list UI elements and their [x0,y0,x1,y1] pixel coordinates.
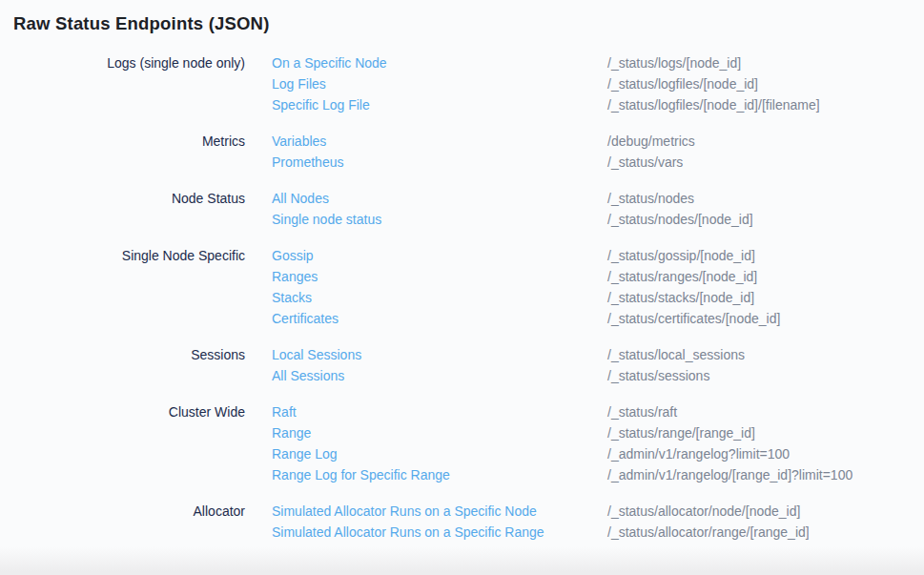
endpoint-section: Cluster WideRaft/_status/raftRange/_stat… [0,401,924,485]
endpoint-section: Node StatusAll Nodes/_status/nodesSingle… [0,188,924,230]
endpoint-link[interactable]: Stacks [272,287,607,308]
section-rows: On a Specific Node/_status/logs/[node_id… [245,52,924,115]
endpoints-list: Logs (single node only)On a Specific Nod… [0,52,924,543]
endpoint-path: /_status/sessions [607,365,924,386]
section-rows: Variables/debug/metricsPrometheus/_statu… [245,131,924,173]
section-label: Single Node Specific [0,245,245,329]
endpoint-row: All Nodes/_status/nodes [245,188,924,209]
endpoint-link[interactable]: Local Sessions [272,344,607,365]
endpoint-link[interactable]: Single node status [272,209,607,230]
page-title: Raw Status Endpoints (JSON) [0,0,924,34]
endpoint-row: Ranges/_status/ranges/[node_id] [245,266,924,287]
endpoint-section: AllocatorSimulated Allocator Runs on a S… [0,501,924,543]
endpoint-link[interactable]: On a Specific Node [272,52,607,73]
section-label: Metrics [0,131,245,173]
endpoint-row: Range/_status/range/[range_id] [245,422,924,443]
debug-endpoints-page: Raw Status Endpoints (JSON) Logs (single… [0,0,924,575]
endpoint-link[interactable]: Simulated Allocator Runs on a Specific N… [272,501,607,522]
endpoint-row: On a Specific Node/_status/logs/[node_id… [245,52,924,73]
endpoint-row: Simulated Allocator Runs on a Specific N… [245,501,924,522]
section-rows: Local Sessions/_status/local_sessionsAll… [245,344,924,386]
section-rows: Gossip/_status/gossip/[node_id]Ranges/_s… [245,245,924,329]
section-rows: All Nodes/_status/nodesSingle node statu… [245,188,924,230]
endpoint-path: /_status/logfiles/[node_id]/[filename] [607,94,924,115]
section-label: Sessions [0,344,245,386]
endpoint-row: Range Log for Specific Range/_admin/v1/r… [245,464,924,485]
endpoint-link[interactable]: Range [272,422,607,443]
section-rows: Raft/_status/raftRange/_status/range/[ra… [245,401,924,485]
endpoint-link[interactable]: Certificates [272,308,607,329]
endpoint-row: Range Log/_admin/v1/rangelog?limit=100 [245,443,924,464]
endpoint-link[interactable]: Range Log [272,443,607,464]
endpoint-row: Stacks/_status/stacks/[node_id] [245,287,924,308]
endpoint-link[interactable]: Specific Log File [272,94,607,115]
endpoint-section: MetricsVariables/debug/metricsPrometheus… [0,131,924,173]
endpoint-link[interactable]: Prometheus [272,152,607,173]
endpoint-path: /_status/nodes/[node_id] [607,209,924,230]
endpoint-path: /_status/certificates/[node_id] [607,308,924,329]
endpoint-row: Raft/_status/raft [245,401,924,422]
endpoint-path: /_status/allocator/range/[range_id] [607,522,924,543]
endpoint-path: /_status/raft [607,401,924,422]
endpoint-row: Local Sessions/_status/local_sessions [245,344,924,365]
section-label: Cluster Wide [0,401,245,485]
endpoint-link[interactable]: All Sessions [272,365,607,386]
endpoint-section: SessionsLocal Sessions/_status/local_ses… [0,344,924,386]
endpoint-path: /_status/logfiles/[node_id] [607,73,924,94]
endpoint-path: /_status/allocator/node/[node_id] [607,501,924,522]
endpoint-link[interactable]: All Nodes [272,188,607,209]
endpoint-row: Gossip/_status/gossip/[node_id] [245,245,924,266]
endpoint-path: /debug/metrics [607,131,924,152]
endpoint-path: /_status/range/[range_id] [607,422,924,443]
endpoint-link[interactable]: Simulated Allocator Runs on a Specific R… [272,522,607,543]
endpoint-section: Logs (single node only)On a Specific Nod… [0,52,924,115]
endpoint-path: /_status/vars [607,152,924,173]
endpoint-link[interactable]: Range Log for Specific Range [272,464,607,485]
endpoint-row: Certificates/_status/certificates/[node_… [245,308,924,329]
endpoint-path: /_status/nodes [607,188,924,209]
endpoint-link[interactable]: Raft [272,401,607,422]
endpoint-path: /_status/logs/[node_id] [607,52,924,73]
endpoint-link[interactable]: Ranges [272,266,607,287]
endpoint-path: /_status/stacks/[node_id] [607,287,924,308]
endpoint-row: Simulated Allocator Runs on a Specific R… [245,522,924,543]
endpoint-path: /_admin/v1/rangelog?limit=100 [607,443,924,464]
endpoint-row: All Sessions/_status/sessions [245,365,924,386]
endpoint-link[interactable]: Variables [272,131,607,152]
endpoint-row: Log Files/_status/logfiles/[node_id] [245,73,924,94]
endpoint-path: /_admin/v1/rangelog/[range_id]?limit=100 [607,464,924,485]
endpoint-row: Variables/debug/metrics [245,131,924,152]
section-label: Logs (single node only) [0,52,245,115]
endpoint-row: Specific Log File/_status/logfiles/[node… [245,94,924,115]
endpoint-section: Single Node SpecificGossip/_status/gossi… [0,245,924,329]
bottom-strip [0,546,924,575]
endpoint-link[interactable]: Gossip [272,245,607,266]
endpoint-path: /_status/gossip/[node_id] [607,245,924,266]
section-rows: Simulated Allocator Runs on a Specific N… [245,501,924,543]
section-label: Allocator [0,501,245,543]
endpoint-path: /_status/local_sessions [607,344,924,365]
endpoint-path: /_status/ranges/[node_id] [607,266,924,287]
endpoint-link[interactable]: Log Files [272,73,607,94]
endpoint-row: Prometheus/_status/vars [245,152,924,173]
endpoint-row: Single node status/_status/nodes/[node_i… [245,209,924,230]
section-label: Node Status [0,188,245,230]
